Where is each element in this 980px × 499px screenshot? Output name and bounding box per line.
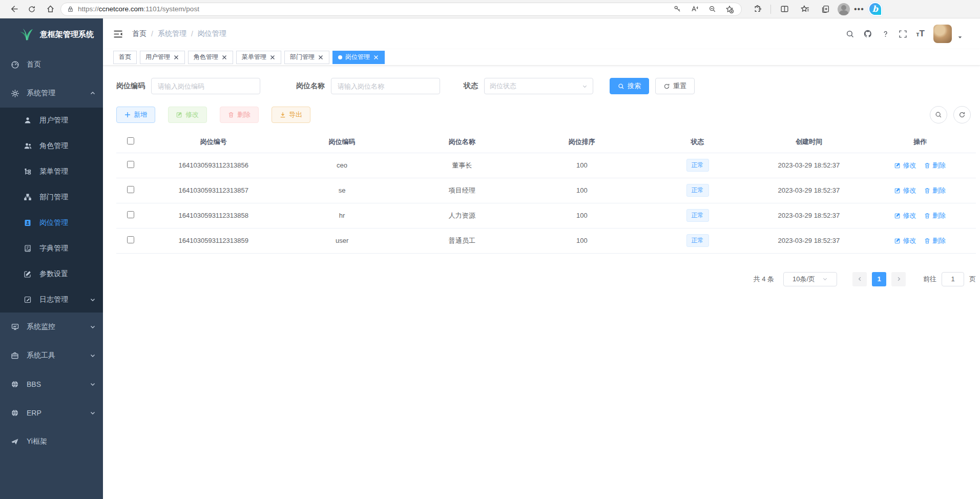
add-button[interactable]: 新增 xyxy=(116,107,155,123)
table-row[interactable]: 1641030593112313856 ceo 董事长 100 正常 2023-… xyxy=(116,153,976,178)
close-icon[interactable] xyxy=(269,54,276,60)
status-select[interactable]: 岗位状态 xyxy=(484,78,593,94)
close-icon[interactable] xyxy=(173,54,179,60)
post-code-input[interactable] xyxy=(151,78,260,94)
row-delete-link[interactable]: 删除 xyxy=(924,236,946,245)
sidebar-item-params[interactable]: 参数设置 xyxy=(0,261,103,287)
sidebar-item-erp[interactable]: ERP xyxy=(0,399,103,427)
menu-fold-icon[interactable] xyxy=(113,30,123,38)
search-icon[interactable] xyxy=(846,30,854,38)
sidebar-item-yi[interactable]: Yi框架 xyxy=(0,427,103,456)
sidebar-item-system[interactable]: 系统管理 xyxy=(0,79,103,108)
row-edit-link[interactable]: 修改 xyxy=(894,186,916,195)
row-checkbox[interactable] xyxy=(127,161,134,168)
post-name-label: 岗位名称 xyxy=(296,81,325,91)
tab-dept-mgmt[interactable]: 部门管理 xyxy=(284,51,329,64)
sidebar-item-depts[interactable]: 部门管理 xyxy=(0,184,103,210)
breadcrumb-item[interactable]: 系统管理 xyxy=(158,29,186,38)
row-delete-link[interactable]: 删除 xyxy=(924,211,946,220)
refresh-table-button[interactable] xyxy=(953,106,971,123)
page-size-select[interactable]: 10条/页 xyxy=(783,272,837,286)
prev-page-button[interactable] xyxy=(852,272,867,286)
post-id: 1641030593112313856 xyxy=(145,153,282,178)
next-page-button[interactable] xyxy=(891,272,906,286)
post-name-input[interactable] xyxy=(331,78,440,94)
extensions-icon[interactable] xyxy=(749,2,765,16)
tab-role-mgmt[interactable]: 角色管理 xyxy=(188,51,233,64)
url-text[interactable]: https://ccnetcore.com:1101/system/post xyxy=(78,5,666,13)
sidebar-item-logs[interactable]: 日志管理 xyxy=(0,287,103,313)
table-row[interactable]: 1641030593112313858 hr 人力资源 100 正常 2023-… xyxy=(116,203,976,228)
favorites-icon[interactable] xyxy=(797,2,813,16)
sidebar-item-users[interactable]: 用户管理 xyxy=(0,108,103,133)
zoom-out-icon[interactable] xyxy=(705,4,719,15)
add-button-label: 新增 xyxy=(134,110,147,119)
edit-button[interactable]: 修改 xyxy=(168,107,207,123)
sidebar-item-menus[interactable]: 菜单管理 xyxy=(0,159,103,184)
tab-home[interactable]: 首页 xyxy=(113,51,137,64)
row-edit-link[interactable]: 修改 xyxy=(894,236,916,245)
table-row[interactable]: 1641030593112313859 user 普通员工 100 正常 202… xyxy=(116,228,976,253)
row-checkbox[interactable] xyxy=(127,211,134,218)
help-icon[interactable] xyxy=(881,30,890,38)
user-avatar[interactable] xyxy=(933,25,952,43)
sidebar-item-home[interactable]: 首页 xyxy=(0,50,103,79)
row-delete-link[interactable]: 删除 xyxy=(924,186,946,195)
close-icon[interactable] xyxy=(221,54,227,60)
reset-button[interactable]: 重置 xyxy=(655,78,695,94)
close-icon[interactable] xyxy=(373,54,379,60)
delete-button[interactable]: 删除 xyxy=(220,107,259,123)
table-row[interactable]: 1641030593112313857 se 项目经理 100 正常 2023-… xyxy=(116,178,976,203)
active-dot xyxy=(338,55,342,59)
gear-icon xyxy=(10,89,19,98)
breadcrumb-item[interactable]: 首页 xyxy=(132,29,147,38)
reset-button-label: 重置 xyxy=(673,81,686,91)
home-icon[interactable] xyxy=(42,2,58,16)
back-icon[interactable] xyxy=(5,2,22,16)
github-icon[interactable] xyxy=(863,29,872,38)
goto-page-input[interactable] xyxy=(942,272,964,286)
sidebar-item-dicts[interactable]: 字典管理 xyxy=(0,236,103,261)
row-checkbox[interactable] xyxy=(127,236,134,243)
app-logo[interactable]: 意框架管理系统 xyxy=(0,18,103,50)
row-delete-link[interactable]: 删除 xyxy=(924,161,946,170)
select-all-checkbox[interactable] xyxy=(127,137,134,144)
read-aloud-icon[interactable] xyxy=(688,4,701,15)
caret-down-icon[interactable] xyxy=(957,35,963,40)
search-button[interactable]: 搜索 xyxy=(610,78,649,94)
tab-menu-mgmt[interactable]: 菜单管理 xyxy=(236,51,281,64)
tab-user-mgmt[interactable]: 用户管理 xyxy=(140,51,185,64)
toolbox-icon xyxy=(10,351,19,360)
row-checkbox[interactable] xyxy=(127,186,134,193)
system-submenu: 用户管理 角色管理 菜单管理 部门管理 岗位管理 字典管理 xyxy=(0,108,103,313)
close-icon[interactable] xyxy=(318,54,324,60)
sidebar-item-monitor[interactable]: 系统监控 xyxy=(0,313,103,341)
export-button[interactable]: 导出 xyxy=(272,107,310,123)
page-content: 岗位编码 岗位名称 状态 岗位状态 搜索 重 xyxy=(103,66,980,499)
address-bar[interactable]: https://ccnetcore.com:1101/system/post xyxy=(60,3,742,16)
more-options-icon[interactable]: ••• xyxy=(854,5,864,14)
fullscreen-icon[interactable] xyxy=(899,30,907,38)
status-badge: 正常 xyxy=(686,234,709,247)
sidebar-item-tools[interactable]: 系统工具 xyxy=(0,341,103,370)
table-header-row: 岗位编号 岗位编码 岗位名称 岗位排序 状态 创建时间 操作 xyxy=(116,131,976,153)
tab-post-mgmt[interactable]: 岗位管理 xyxy=(332,51,385,64)
copilot-icon[interactable]: b xyxy=(868,2,882,16)
show-search-button[interactable] xyxy=(930,106,947,123)
password-key-icon[interactable] xyxy=(671,4,684,15)
collections-icon[interactable] xyxy=(817,2,833,16)
goto-label: 前往 xyxy=(923,275,936,284)
split-screen-icon[interactable] xyxy=(776,2,793,16)
row-edit-link[interactable]: 修改 xyxy=(894,161,916,170)
browser-profile-icon[interactable] xyxy=(838,3,850,15)
font-size-icon[interactable]: тT xyxy=(916,29,925,39)
add-favorite-icon[interactable] xyxy=(723,4,736,15)
refresh-icon[interactable] xyxy=(24,2,40,16)
sidebar-item-bbs[interactable]: BBS xyxy=(0,370,103,399)
sidebar-item-roles[interactable]: 角色管理 xyxy=(0,133,103,159)
row-edit-link[interactable]: 修改 xyxy=(894,211,916,220)
sidebar-item-posts[interactable]: 岗位管理 xyxy=(0,210,103,236)
page-number-1[interactable]: 1 xyxy=(872,272,886,286)
chevron-down-icon xyxy=(90,410,96,416)
status-badge: 正常 xyxy=(686,209,709,222)
